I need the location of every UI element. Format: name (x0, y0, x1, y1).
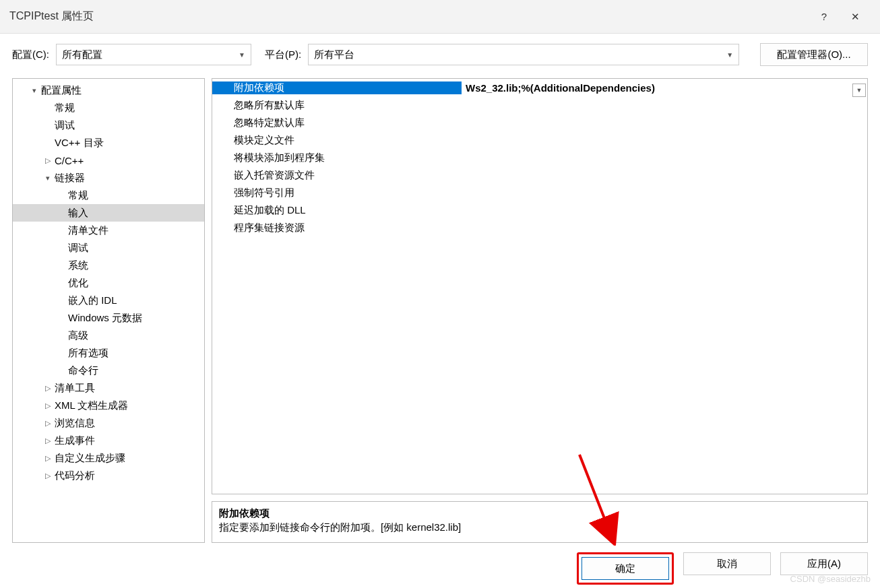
tree-item[interactable]: 所有选项 (13, 344, 204, 362)
property-name: 嵌入托管资源文件 (212, 169, 462, 182)
tree-item[interactable]: ▷代码分析 (13, 467, 204, 484)
ok-button[interactable]: 确定 (582, 557, 669, 580)
tree-item[interactable]: 常规 (13, 99, 204, 117)
platform-combo[interactable]: 所有平台 ▼ (308, 44, 739, 65)
chevron-down-icon[interactable]: ▼ (852, 84, 866, 97)
property-row[interactable]: 延迟加载的 DLL (212, 201, 867, 219)
property-name: 程序集链接资源 (212, 222, 462, 234)
close-button[interactable]: ✕ (840, 0, 871, 34)
property-row[interactable]: 嵌入托管资源文件 (212, 166, 867, 184)
tree-item[interactable]: 常规 (13, 187, 204, 204)
tree-item[interactable]: ▾配置属性 (13, 81, 204, 99)
titlebar: TCPIPtest 属性页 ? ✕ (0, 0, 880, 34)
tree-item-label: 生成事件 (55, 434, 95, 447)
tree-item-label: XML 文档生成器 (55, 399, 128, 412)
tree-item[interactable]: 调试 (13, 239, 204, 257)
tree-item[interactable]: VC++ 目录 (13, 134, 204, 152)
tree-toggle-icon[interactable]: ▷ (42, 419, 53, 428)
config-manager-button[interactable]: 配置管理器(O)... (760, 43, 868, 66)
tree-item-label: 调试 (55, 119, 75, 132)
tree-item[interactable]: 嵌入的 IDL (13, 292, 204, 309)
property-name: 延迟加载的 DLL (212, 204, 462, 217)
property-name: 强制符号引用 (212, 187, 462, 199)
chevron-down-icon: ▼ (239, 51, 245, 59)
property-name: 忽略所有默认库 (212, 99, 462, 112)
property-row[interactable]: 模块定义文件 (212, 131, 867, 149)
tree-item-label: 代码分析 (55, 469, 95, 482)
description-title: 附加依赖项 (219, 507, 860, 520)
property-row[interactable]: 将模块添加到程序集 (212, 149, 867, 166)
config-value: 所有配置 (62, 48, 102, 61)
property-row[interactable]: 程序集链接资源 (212, 219, 867, 236)
tree-item[interactable]: ▷清单工具 (13, 379, 204, 397)
tree-toggle-icon[interactable]: ▷ (42, 436, 53, 445)
tree-item-label: 嵌入的 IDL (68, 294, 117, 307)
tree-item-label: 清单工具 (55, 382, 95, 395)
tree-item-label: 常规 (68, 189, 88, 202)
tree-item[interactable]: 输入 (13, 204, 204, 222)
description-panel: 附加依赖项 指定要添加到链接命令行的附加项。[例如 kernel32.lib] (212, 501, 868, 543)
tree-toggle-icon[interactable]: ▾ (42, 174, 53, 183)
tree-item-label: 命令行 (68, 364, 98, 377)
tree-item[interactable]: Windows 元数据 (13, 309, 204, 327)
apply-button[interactable]: 应用(A) (780, 552, 868, 575)
tree-item-label: 所有选项 (68, 347, 108, 360)
ok-highlight: 确定 (577, 552, 674, 585)
property-name: 附加依赖项 (212, 81, 462, 94)
nav-tree[interactable]: ▾配置属性常规调试VC++ 目录▷C/C++▾链接器常规输入清单文件调试系统优化… (12, 78, 205, 543)
tree-item-label: Windows 元数据 (68, 312, 142, 325)
tree-toggle-icon[interactable]: ▷ (42, 401, 53, 410)
cancel-button[interactable]: 取消 (683, 552, 771, 575)
config-combo[interactable]: 所有配置 ▼ (56, 44, 251, 65)
tree-item-label: VC++ 目录 (55, 137, 104, 150)
tree-toggle-icon[interactable]: ▷ (42, 384, 53, 393)
dialog-footer: 确定 取消 应用(A) (0, 543, 880, 585)
tree-item[interactable]: ▷C/C++ (13, 152, 204, 169)
tree-item[interactable]: ▾链接器 (13, 169, 204, 187)
property-row[interactable]: 忽略所有默认库 (212, 96, 867, 114)
tree-item-label: 自定义生成步骤 (55, 452, 125, 465)
tree-item-label: 优化 (68, 277, 88, 290)
window-title: TCPIPtest 属性页 (9, 9, 809, 24)
tree-toggle-icon[interactable]: ▷ (42, 454, 53, 463)
tree-item-label: C/C++ (55, 155, 84, 166)
tree-item[interactable]: ▷自定义生成步骤 (13, 449, 204, 467)
tree-item-label: 浏览信息 (55, 417, 95, 430)
property-row[interactable]: 附加依赖项Ws2_32.lib;%(AdditionalDependencies… (212, 79, 867, 96)
tree-item-label: 常规 (55, 102, 75, 115)
tree-toggle-icon[interactable]: ▷ (42, 156, 53, 165)
config-label: 配置(C): (12, 48, 49, 61)
property-row[interactable]: 忽略特定默认库 (212, 114, 867, 131)
tree-item-label: 链接器 (55, 172, 85, 185)
tree-item[interactable]: 系统 (13, 257, 204, 274)
tree-item-label: 输入 (68, 207, 88, 220)
tree-item[interactable]: ▷浏览信息 (13, 414, 204, 432)
tree-item[interactable]: 优化 (13, 274, 204, 292)
property-name: 模块定义文件 (212, 134, 462, 147)
config-bar: 配置(C): 所有配置 ▼ 平台(P): 所有平台 ▼ 配置管理器(O)... (0, 34, 880, 78)
property-value[interactable]: Ws2_32.lib;%(AdditionalDependencies)▼ (462, 82, 867, 94)
property-name: 忽略特定默认库 (212, 117, 462, 129)
tree-toggle-icon[interactable]: ▾ (29, 86, 40, 95)
tree-item-label: 配置属性 (41, 84, 82, 97)
tree-item[interactable]: 高级 (13, 327, 204, 344)
help-button[interactable]: ? (809, 0, 840, 34)
tree-item[interactable]: 命令行 (13, 362, 204, 379)
tree-item[interactable]: 调试 (13, 117, 204, 134)
property-grid[interactable]: 附加依赖项Ws2_32.lib;%(AdditionalDependencies… (212, 78, 868, 494)
tree-item-label: 系统 (68, 259, 88, 272)
tree-item[interactable]: 清单文件 (13, 222, 204, 239)
tree-item-label: 调试 (68, 242, 88, 255)
platform-label: 平台(P): (265, 48, 301, 61)
chevron-down-icon: ▼ (726, 51, 733, 59)
tree-toggle-icon[interactable]: ▷ (42, 471, 53, 480)
tree-item-label: 高级 (68, 329, 88, 342)
tree-item[interactable]: ▷生成事件 (13, 432, 204, 449)
property-row[interactable]: 强制符号引用 (212, 184, 867, 201)
tree-item[interactable]: ▷XML 文档生成器 (13, 397, 204, 414)
platform-value: 所有平台 (314, 48, 354, 61)
property-name: 将模块添加到程序集 (212, 152, 462, 164)
tree-item-label: 清单文件 (68, 224, 108, 237)
description-text: 指定要添加到链接命令行的附加项。[例如 kernel32.lib] (219, 521, 860, 534)
